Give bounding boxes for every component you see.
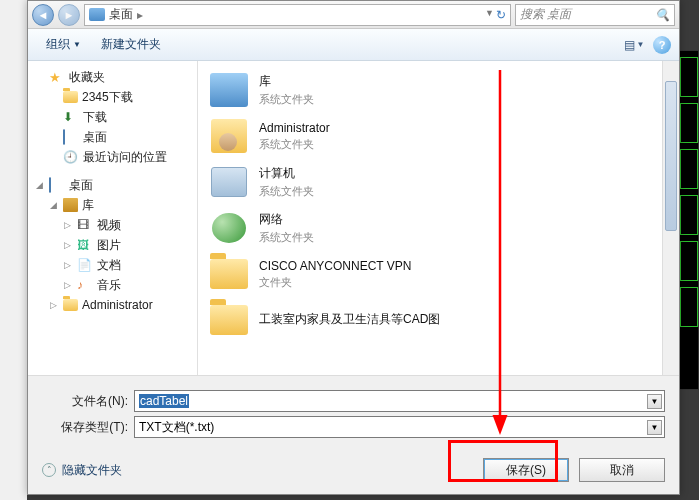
file-list[interactable]: 库系统文件夹 Administrator系统文件夹 计算机系统文件夹 网络系统文… (198, 61, 679, 375)
expand-icon[interactable]: ▷ (62, 280, 73, 290)
help-button[interactable]: ? (653, 36, 671, 54)
view-options-button[interactable]: ▤ ▼ (623, 35, 645, 55)
tree-library[interactable]: ◢库 (28, 195, 197, 215)
video-icon: 🎞 (77, 218, 93, 232)
footer: ˄ 隐藏文件夹 保存(S) 取消 (28, 452, 679, 494)
search-input[interactable]: 搜索 桌面 🔍 (515, 4, 675, 26)
tree-video[interactable]: ▷🎞视频 (28, 215, 197, 235)
list-item[interactable]: Administrator系统文件夹 (202, 113, 675, 159)
tree-docs[interactable]: ▷📄文档 (28, 255, 197, 275)
document-icon: 📄 (77, 258, 93, 272)
tree-desktop-root[interactable]: ◢桌面 (28, 175, 197, 195)
desktop-icon (49, 177, 51, 193)
folder-icon (63, 91, 78, 103)
filename-value: cadTabel (139, 394, 189, 408)
collapse-icon[interactable]: ◢ (34, 180, 45, 190)
tree-music[interactable]: ▷♪音乐 (28, 275, 197, 295)
list-item[interactable]: 库系统文件夹 (202, 67, 675, 113)
filetype-select[interactable]: TXT文档(*.txt) ▼ (134, 416, 665, 438)
chevron-down-icon: ▼ (73, 40, 81, 49)
star-icon: ★ (49, 70, 65, 84)
toolbar: 组织▼ 新建文件夹 ▤ ▼ ? (28, 29, 679, 61)
download-icon: ⬇ (63, 110, 79, 124)
list-item[interactable]: CISCO ANYCONNECT VPN文件夹 (202, 251, 675, 297)
hide-folders-toggle[interactable]: ˄ 隐藏文件夹 (42, 462, 122, 479)
tree-downloads[interactable]: ⬇下载 (28, 107, 197, 127)
save-dialog: ◄ ► 桌面 ▸ ▼ ↻ 搜索 桌面 🔍 组织▼ 新建文件夹 ▤ ▼ ? (27, 0, 680, 495)
breadcrumb[interactable]: 桌面 ▸ ▼ ↻ (84, 4, 511, 26)
music-icon: ♪ (77, 278, 93, 292)
save-button[interactable]: 保存(S) (483, 458, 569, 482)
expand-icon[interactable]: ▷ (62, 260, 73, 270)
dropdown-icon[interactable]: ▼ (647, 420, 662, 435)
breadcrumb-location: 桌面 (109, 6, 133, 23)
network-icon (212, 213, 246, 243)
expand-icon[interactable]: ▷ (62, 240, 73, 250)
organize-button[interactable]: 组织▼ (36, 32, 91, 57)
address-bar: ◄ ► 桌面 ▸ ▼ ↻ 搜索 桌面 🔍 (28, 1, 679, 29)
tree-admin[interactable]: ▷Administrator (28, 295, 197, 315)
forward-button[interactable]: ► (58, 4, 80, 26)
refresh-icon[interactable]: ↻ (496, 8, 506, 22)
folder-icon (210, 305, 248, 335)
expand-icon[interactable]: ▷ (48, 300, 59, 310)
nav-tree: ★收藏夹 2345下载 ⬇下载 桌面 🕘最近访问的位置 ◢桌面 ◢库 ▷🎞视频 … (28, 61, 198, 375)
dropdown-icon[interactable]: ▼ (647, 394, 662, 409)
tree-pictures[interactable]: ▷🖼图片 (28, 235, 197, 255)
tree-favorites[interactable]: ★收藏夹 (28, 67, 197, 87)
desktop-icon (63, 129, 65, 145)
back-button[interactable]: ◄ (32, 4, 54, 26)
library-icon (210, 73, 248, 107)
search-icon: 🔍 (655, 8, 670, 22)
filename-label: 文件名(N): (42, 393, 134, 410)
scrollbar[interactable] (662, 61, 679, 375)
list-item[interactable]: 网络系统文件夹 (202, 205, 675, 251)
chevron-right-icon: ▸ (137, 8, 143, 22)
user-folder-icon (211, 119, 247, 153)
computer-icon (211, 167, 247, 197)
fields-area: 文件名(N): cadTabel ▼ 保存类型(T): TXT文档(*.txt)… (28, 375, 679, 452)
expand-icon[interactable]: ▷ (62, 220, 73, 230)
filetype-value: TXT文档(*.txt) (139, 419, 214, 436)
folder-icon (63, 299, 78, 311)
tree-2345[interactable]: 2345下载 (28, 87, 197, 107)
list-item[interactable]: 计算机系统文件夹 (202, 159, 675, 205)
scrollbar-thumb[interactable] (665, 81, 677, 231)
search-placeholder: 搜索 桌面 (520, 6, 571, 23)
filename-input[interactable]: cadTabel ▼ (134, 390, 665, 412)
tree-desktop[interactable]: 桌面 (28, 127, 197, 147)
collapse-icon[interactable]: ◢ (48, 200, 59, 210)
tree-recent[interactable]: 🕘最近访问的位置 (28, 147, 197, 167)
list-item[interactable]: 工装室内家具及卫生洁具等CAD图 (202, 297, 675, 343)
recent-icon: 🕘 (63, 150, 79, 164)
cancel-button[interactable]: 取消 (579, 458, 665, 482)
library-icon (63, 198, 78, 212)
new-folder-button[interactable]: 新建文件夹 (91, 32, 171, 57)
folder-icon (89, 8, 105, 21)
folder-icon (210, 259, 248, 289)
filetype-label: 保存类型(T): (42, 419, 134, 436)
expand-icon: ˄ (42, 463, 56, 477)
picture-icon: 🖼 (77, 238, 93, 252)
dropdown-icon[interactable]: ▼ (485, 8, 494, 22)
